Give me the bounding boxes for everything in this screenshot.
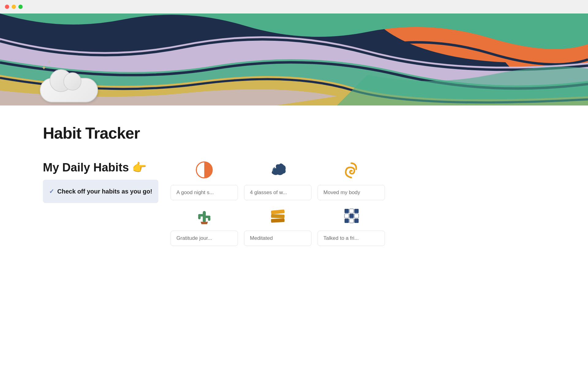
sleep-icon xyxy=(195,161,213,182)
banner: ✦ ✧ xyxy=(0,13,588,105)
svg-rect-9 xyxy=(198,216,201,219)
gratitude-icon xyxy=(195,206,213,228)
meditation-icon xyxy=(269,206,287,228)
svg-rect-15 xyxy=(271,218,285,223)
svg-rect-17 xyxy=(349,209,354,213)
habits-cards-area: A good night s... 4 glasses of w... xyxy=(171,161,545,246)
meditation-habit-label[interactable]: Meditated xyxy=(244,231,311,246)
svg-rect-16 xyxy=(345,209,349,213)
cloud-icon xyxy=(40,78,98,102)
close-button[interactable] xyxy=(5,5,9,9)
habits-section: My Daily Habits 👉 ✓ Check off your habit… xyxy=(43,161,545,246)
exercise-icon xyxy=(342,161,360,182)
minimize-button[interactable] xyxy=(12,5,16,9)
habits-row-1: A good night s... 4 glasses of w... xyxy=(171,161,545,200)
water-icon xyxy=(269,161,287,182)
water-habit-label[interactable]: 4 glasses of w... xyxy=(244,185,311,200)
checklist-box: ✓ Check off your habits as you go! xyxy=(43,180,158,203)
sparkle-small-icon: ✧ xyxy=(47,59,51,64)
habits-label-area: My Daily Habits 👉 ✓ Check off your habit… xyxy=(43,161,158,203)
svg-marker-12 xyxy=(201,222,208,224)
svg-rect-21 xyxy=(354,214,359,218)
main-content: Habit Tracker My Daily Habits 👉 ✓ Check … xyxy=(0,105,588,264)
maximize-button[interactable] xyxy=(18,5,23,9)
svg-rect-10 xyxy=(208,217,210,221)
habits-row-2: Gratitude jour... Meditated xyxy=(171,206,545,246)
section-title: My Daily Habits 👉 xyxy=(43,161,158,175)
habit-card-meditation: Meditated xyxy=(244,206,311,246)
sparkle-icon: ✦ xyxy=(41,64,47,71)
check-icon: ✓ xyxy=(49,188,54,195)
svg-rect-23 xyxy=(349,219,354,223)
title-bar xyxy=(0,0,588,13)
svg-rect-14 xyxy=(271,214,285,218)
exercise-habit-label[interactable]: Moved my body xyxy=(318,185,385,200)
habit-card-gratitude: Gratitude jour... xyxy=(171,206,238,246)
svg-rect-24 xyxy=(354,219,359,223)
sleep-habit-label[interactable]: A good night s... xyxy=(171,185,238,200)
habit-card-water: 4 glasses of w... xyxy=(244,161,311,200)
cloud-decoration: ✦ ✧ xyxy=(40,78,101,105)
checklist-text: Check off your habits as you go! xyxy=(57,187,152,196)
svg-rect-19 xyxy=(345,214,349,218)
page-title: Habit Tracker xyxy=(43,124,545,142)
social-habit-label[interactable]: Talked to a fri... xyxy=(318,231,385,246)
checklist-item: ✓ Check off your habits as you go! xyxy=(49,187,152,196)
social-icon xyxy=(342,206,360,228)
svg-rect-18 xyxy=(354,209,359,213)
svg-rect-22 xyxy=(345,219,349,223)
svg-rect-20 xyxy=(349,214,354,218)
habit-card-sleep: A good night s... xyxy=(171,161,238,200)
svg-rect-13 xyxy=(271,209,285,214)
habit-card-social: Talked to a fri... xyxy=(318,206,385,246)
gratitude-habit-label[interactable]: Gratitude jour... xyxy=(171,231,238,246)
habit-card-exercise: Moved my body xyxy=(318,161,385,200)
